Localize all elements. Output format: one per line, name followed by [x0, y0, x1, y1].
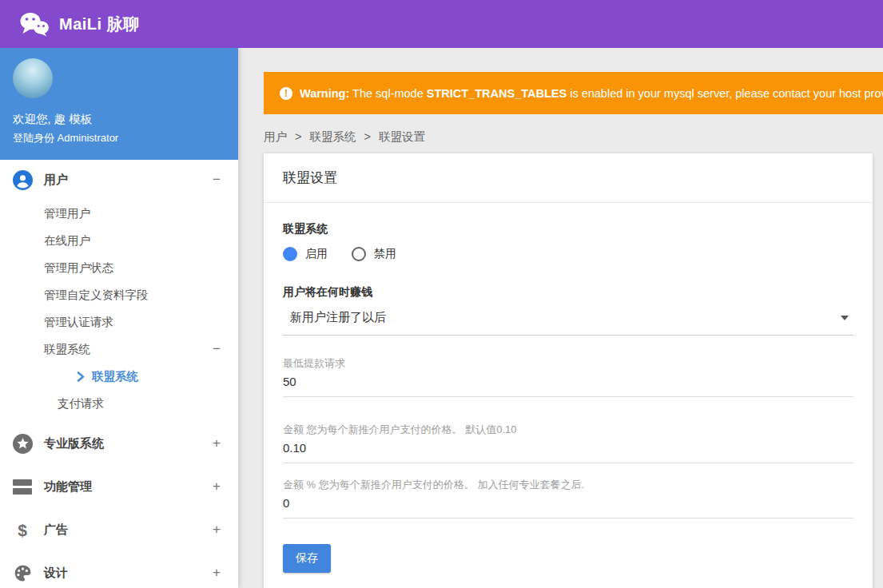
breadcrumb: 用户 > 联盟系统 > 联盟设置 [264, 129, 883, 143]
breadcrumb-separator: > [364, 130, 371, 143]
alliance-system-label: 联盟系统 [283, 222, 853, 236]
referral-percent-label: 金额 % 您为每个新推介用户支付的价格。 加入任何专业套餐之后. [283, 478, 853, 492]
sidebar-group-pro[interactable]: 专业版系统 + [0, 422, 238, 465]
radio-enabled[interactable] [283, 247, 297, 261]
breadcrumb-alliance-system[interactable]: 联盟系统 [310, 130, 356, 143]
sidebar-item-custom-fields[interactable]: 管理自定义资料字段 [0, 281, 238, 308]
star-icon [12, 433, 33, 454]
warning-text-after: is enabled in your mysql server, please … [570, 87, 883, 100]
collapse-minus-icon: − [213, 172, 221, 188]
alliance-subgroup-label: 联盟系统 [44, 342, 213, 357]
save-button[interactable]: 保存 [283, 544, 331, 573]
top-header: MaiLi 脉聊 [0, 0, 883, 48]
sidebar-group-design[interactable]: 设计 + [0, 551, 238, 588]
expand-plus-icon: + [213, 479, 221, 495]
referral-percent-input[interactable] [283, 492, 853, 518]
bars-icon [12, 476, 33, 497]
profile-welcome: 欢迎您, 趣 模板 [13, 112, 225, 127]
earn-when-group: 用户将在何时赚钱 新用户注册了以后 [283, 285, 853, 336]
warning-label: Warning: [300, 87, 349, 100]
min-withdrawal-label: 最低提款请求 [283, 356, 853, 371]
referral-percent-group: 金额 % 您为每个新推介用户支付的价格。 加入任何专业套餐之后. [283, 478, 853, 518]
warning-text-before: The sql-mode [352, 87, 424, 100]
radio-enabled-label[interactable]: 启用 [305, 247, 328, 261]
card-body: 联盟系统 启用 禁用 用户将在何时赚钱 新用户注册了以后 最低提款请求 [264, 203, 873, 588]
warning-text: Warning: The sql-mode STRICT_TRANS_TABLE… [300, 87, 883, 100]
palette-icon [12, 562, 33, 583]
radio-disabled-label[interactable]: 禁用 [374, 247, 396, 261]
wechat-logo-icon [19, 11, 50, 37]
expand-plus-icon: + [213, 565, 221, 581]
user-icon [12, 169, 33, 190]
dollar-icon: $ [12, 519, 33, 540]
sidebar-item-verification-requests[interactable]: 管理认证请求 [0, 308, 238, 336]
sidebar-item-online-users[interactable]: 在线用户 [0, 227, 238, 254]
alliance-system-radio-group: 启用 禁用 [283, 247, 853, 261]
active-item-label: 联盟系统 [92, 369, 138, 384]
sidebar-group-ads[interactable]: $ 广告 + [0, 508, 238, 551]
sidebar-group-users[interactable]: 用户 − [0, 160, 238, 200]
sidebar-item-alliance-system-active[interactable]: 联盟系统 [0, 363, 238, 390]
breadcrumb-users[interactable]: 用户 [264, 130, 287, 143]
app-title: MaiLi 脉聊 [59, 14, 140, 35]
breadcrumb-separator: > [295, 130, 301, 143]
card-title: 联盟设置 [264, 153, 873, 203]
warning-icon: ! [280, 87, 292, 100]
sidebar-item-manage-users[interactable]: 管理用户 [0, 200, 238, 227]
breadcrumb-alliance-settings: 联盟设置 [379, 130, 425, 143]
profile-panel: 欢迎您, 趣 模板 登陆身份 Administrator [0, 48, 238, 160]
alliance-settings-card: 联盟设置 联盟系统 启用 禁用 用户将在何时赚钱 新用户注册了以后 [264, 153, 873, 588]
sidebar: 欢迎您, 趣 模板 登陆身份 Administrator 用户 − 管理用户 在… [0, 48, 238, 588]
sidebar-menu: 用户 − 管理用户 在线用户 管理用户状态 管理自定义资料字段 管理认证请求 联… [0, 160, 238, 588]
avatar[interactable] [13, 58, 53, 98]
chevron-down-icon [841, 316, 849, 320]
referral-amount-label: 金额 您为每个新推介用户支付的价格。 默认值0.10 [283, 423, 853, 437]
sidebar-group-pro-label: 专业版系统 [44, 436, 213, 451]
chevron-right-icon [77, 371, 85, 382]
sidebar-group-design-label: 设计 [44, 566, 213, 581]
warning-banner: ! Warning: The sql-mode STRICT_TRANS_TAB… [264, 72, 883, 114]
min-withdrawal-input[interactable] [283, 371, 853, 397]
referral-amount-group: 金额 您为每个新推介用户支付的价格。 默认值0.10 [283, 423, 853, 463]
sidebar-group-ads-label: 广告 [44, 522, 213, 538]
app-window: MaiLi 脉聊 欢迎您, 趣 模板 登陆身份 Administrator 用户… [0, 0, 883, 588]
referral-amount-input[interactable] [283, 437, 853, 463]
warning-strong: STRICT_TRANS_TABLES [427, 87, 567, 100]
collapse-minus-icon: − [213, 341, 221, 357]
sidebar-group-features[interactable]: 功能管理 + [0, 465, 238, 508]
sidebar-subgroup-alliance[interactable]: 联盟系统 − [0, 336, 238, 363]
earn-when-value: 新用户注册了以后 [290, 310, 386, 325]
earn-when-select[interactable]: 新用户注册了以后 [283, 310, 853, 336]
radio-disabled[interactable] [352, 247, 366, 261]
expand-plus-icon: + [213, 522, 221, 538]
main-content: ! Warning: The sql-mode STRICT_TRANS_TAB… [238, 48, 883, 588]
profile-role: 登陆身份 Administrator [13, 131, 225, 145]
sidebar-group-users-label: 用户 [44, 173, 213, 188]
sidebar-item-user-status[interactable]: 管理用户状态 [0, 254, 238, 281]
sidebar-group-features-label: 功能管理 [44, 479, 213, 495]
min-withdrawal-group: 最低提款请求 [283, 356, 853, 397]
expand-plus-icon: + [213, 435, 221, 451]
earn-when-label: 用户将在何时赚钱 [283, 285, 853, 300]
sidebar-item-payment-requests[interactable]: 支付请求 [0, 390, 238, 417]
